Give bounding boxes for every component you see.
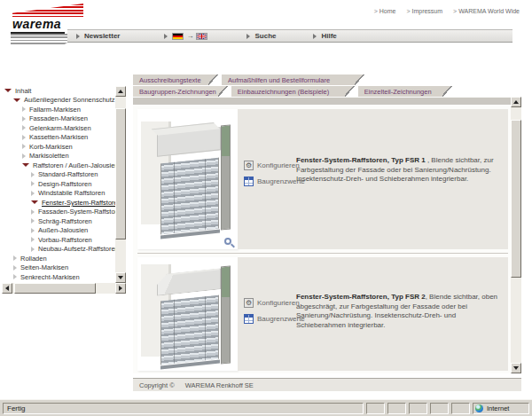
link-home[interactable]: >Home <box>374 8 396 14</box>
nav-item-hilfe[interactable]: Hilfe <box>313 32 336 40</box>
product-info: Konfigurieren Baugrenzwerte Fenster-Syst… <box>238 257 508 371</box>
content-vertical-scrollbar[interactable] <box>511 97 521 373</box>
panel-top-band <box>133 98 511 105</box>
tab-einzelteil-zeichnungen[interactable]: Einzelteil-Zeichnungen <box>358 86 452 97</box>
tree-item-inhalt[interactable]: Inhalt <box>2 86 115 96</box>
scroll-right-button[interactable] <box>115 283 126 294</box>
tree-collapsed-icon <box>22 153 26 159</box>
gear-icon <box>244 298 254 308</box>
tree-collapsed-icon <box>31 181 35 186</box>
tree-item-schraeg-raffstoren[interactable]: Schräg-Raffstoren <box>2 216 115 226</box>
status-cell <box>409 403 427 414</box>
uk-flag-icon[interactable] <box>196 33 207 40</box>
page-footer: Copyright © WAREMA Renkhoff SE <box>133 378 521 391</box>
configure-link[interactable]: Konfigurieren <box>244 298 296 308</box>
tree-item-raffstoren-aussen-jalousien[interactable]: Raffstoren / Außen-Jalousien <box>2 161 115 170</box>
configure-link[interactable]: Konfigurieren <box>244 161 296 170</box>
tree-expanded-icon <box>4 89 12 92</box>
tab-edge-decoration <box>208 75 218 85</box>
nav-item-suche[interactable]: Suche <box>246 32 276 40</box>
main-navbar: Newsletter → Suche Hilfe <box>67 29 512 43</box>
limits-link[interactable]: Baugrenzwerte <box>244 177 296 186</box>
nav-item-newsletter[interactable]: Newsletter <box>76 32 120 40</box>
product-image-fsr2[interactable] <box>137 257 238 371</box>
tree-item-fallarm-markisen[interactable]: Fallarm-Markisen <box>2 105 115 114</box>
product-actions: Konfigurieren Baugrenzwerte <box>238 257 296 371</box>
scrollbar-thumb[interactable] <box>511 120 521 278</box>
scrollbar-thumb[interactable] <box>115 108 126 239</box>
tab-einbauzeichnungen-beispiele[interactable]: Einbauzeichnungen (Beispiele) <box>231 86 355 97</box>
scroll-up-button[interactable] <box>115 86 126 97</box>
link-prefix: > <box>374 8 378 14</box>
scroll-down-button[interactable] <box>115 272 126 283</box>
tree-collapsed-icon <box>31 237 35 242</box>
tree-item-aussenliegender-sonnenschutz[interactable]: Außenliegender Sonnenschutz <box>2 96 115 106</box>
company-name: WAREMA Renkhoff SE <box>185 381 254 389</box>
triangle-up-icon <box>118 90 123 93</box>
tab-edge-decoration <box>355 75 364 85</box>
nav-arrow-icon <box>76 34 80 39</box>
tree-item-fenster-system-raffstoren[interactable]: Fenster-System-Raffstoren <box>2 198 115 208</box>
tree-item-neubau-aufsetz-raffstoren[interactable]: Neubau-Aufsetz-Raffstoren <box>2 245 115 255</box>
card-divider <box>137 253 508 254</box>
tab-baugruppen-zeichnungen[interactable]: Baugruppen-Zeichnungen <box>133 86 228 97</box>
scroll-up-button[interactable] <box>511 97 521 107</box>
product-description: Fenster-System-Raffstoren, Typ FSR 1 , B… <box>296 156 503 184</box>
scrollbar-track[interactable] <box>12 283 115 294</box>
tree-item-fassaden-markisen[interactable]: Fassaden-Markisen <box>2 114 115 124</box>
scroll-left-button[interactable] <box>2 283 12 294</box>
link-impressum[interactable]: >Impressum <box>406 8 442 14</box>
logo-red-stripes <box>12 4 83 17</box>
tree-item-aussen-jalousien[interactable]: Außen-Jalousien <box>2 226 115 236</box>
tree-item-korb-markisen[interactable]: Korb-Markisen <box>2 142 115 152</box>
render-slats <box>160 158 219 235</box>
tab-edge-decoration <box>345 86 355 97</box>
status-cell <box>451 403 470 414</box>
sidebar-navigation: Inhalt Außenliegender Sonnenschutz Falla… <box>2 86 126 294</box>
render-headbox <box>157 127 221 157</box>
scrollbar-track[interactable] <box>115 97 126 272</box>
tree-item-markisoletten[interactable]: Markisoletten <box>2 152 115 161</box>
scroll-down-button[interactable] <box>511 363 521 373</box>
tree-item-vorbau-raffstoren[interactable]: Vorbau-Raffstoren <box>2 235 115 245</box>
tree-item-kassetten-markisen[interactable]: Kassetten-Markisen <box>2 133 115 143</box>
tree-collapsed-icon <box>31 247 35 252</box>
tree-item-windstabile-raffstoren[interactable]: Windstabile Raffstoren <box>2 189 115 199</box>
tree-expanded-icon <box>13 98 20 102</box>
tree-item-fassaden-system-raffstoren[interactable]: Fassaden-System-Raffstoren <box>2 208 115 217</box>
globe-icon <box>475 404 483 412</box>
tree-item-senkrecht-markisen[interactable]: Senkrecht-Markisen <box>2 272 115 282</box>
tree-item-seiten-markisen[interactable]: Seiten-Markisen <box>2 263 115 273</box>
tree-item-design-raffstoren[interactable]: Design-Raffstoren <box>2 179 115 189</box>
product-text: Fenster-System-Raffstoren, Typ FSR 2, Bl… <box>296 257 508 371</box>
product-title: Fenster-System-Raffstoren, Typ FSR 1 <box>296 156 426 164</box>
tree-item-standard-raffstoren[interactable]: Standard-Raffstoren <box>2 170 115 180</box>
triangle-left-icon <box>5 286 9 291</box>
tree-vertical-scrollbar[interactable] <box>115 86 126 283</box>
content-panel: Konfigurieren Baugrenzwerte Fenster-Syst… <box>133 97 521 373</box>
scrollbar-track[interactable] <box>511 107 521 363</box>
limits-link[interactable]: Baugrenzwerte <box>244 314 296 324</box>
link-warema-world-wide[interactable]: >WAREMA World Wide <box>453 8 520 14</box>
arrow-right-icon: → <box>186 32 193 40</box>
magnifier-icon[interactable] <box>224 238 231 245</box>
nav-arrow-icon <box>313 34 317 39</box>
tree-horizontal-scrollbar[interactable] <box>2 283 126 294</box>
triangle-down-icon <box>513 366 519 370</box>
tree-collapsed-icon <box>31 218 35 224</box>
tab-aufmasshilfen-und-bestellformulare[interactable]: Aufmaßhilfen und Bestellformulare <box>222 75 364 85</box>
tree-item-rolladen[interactable]: Rolladen <box>2 254 115 263</box>
scrollbar-thumb[interactable] <box>14 283 96 294</box>
tree-collapsed-icon <box>13 274 17 279</box>
tree-collapsed-icon <box>31 228 35 233</box>
tab-ausschreibungstexte[interactable]: Ausschreibungstexte <box>133 75 218 85</box>
tree-collapsed-icon <box>31 191 35 196</box>
product-image-fsr1[interactable] <box>137 109 238 249</box>
tree-collapsed-icon <box>22 116 26 122</box>
tab-row-1: Ausschreibungstexte Aufmaßhilfen und Bes… <box>133 75 523 85</box>
product-text: Fenster-System-Raffstoren, Typ FSR 1 , B… <box>296 109 508 249</box>
german-flag-icon[interactable] <box>172 33 184 40</box>
logo-wordmark: warema <box>11 17 65 34</box>
tree-item-gelenkarm-markisen[interactable]: Gelenkarm-Markisen <box>2 123 115 133</box>
language-switcher[interactable]: → <box>164 32 207 40</box>
